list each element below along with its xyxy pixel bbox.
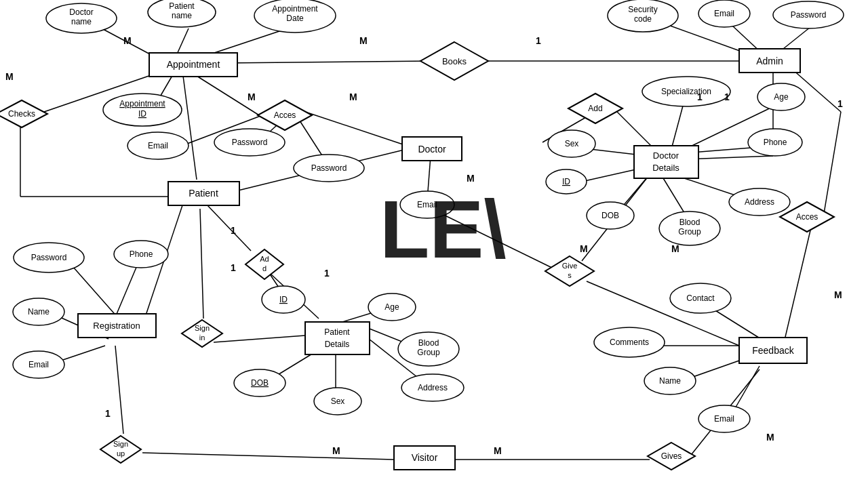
svg-text:ID: ID bbox=[562, 177, 570, 186]
svg-text:Give: Give bbox=[562, 262, 578, 270]
svg-text:Acces: Acces bbox=[796, 212, 818, 222]
svg-text:Contact: Contact bbox=[686, 293, 715, 303]
svg-text:Specialization: Specialization bbox=[661, 87, 711, 96]
svg-line-3 bbox=[224, 61, 431, 63]
svg-text:1: 1 bbox=[231, 262, 236, 273]
svg-text:Address: Address bbox=[745, 197, 774, 207]
svg-text:Comments: Comments bbox=[610, 338, 649, 347]
svg-text:1: 1 bbox=[536, 35, 541, 46]
svg-line-40 bbox=[783, 230, 810, 346]
svg-text:1: 1 bbox=[697, 92, 703, 102]
er-diagram: Appointment Patient Doctor Doctor Detail… bbox=[0, 0, 868, 488]
svg-line-21 bbox=[200, 209, 203, 319]
svg-text:1: 1 bbox=[837, 98, 843, 109]
svg-text:M: M bbox=[359, 35, 368, 46]
svg-text:s: s bbox=[568, 271, 572, 279]
svg-line-28 bbox=[68, 261, 119, 319]
svg-text:M: M bbox=[5, 71, 14, 82]
svg-line-1 bbox=[176, 28, 189, 56]
svg-text:ID: ID bbox=[138, 109, 146, 119]
svg-text:Sex: Sex bbox=[331, 396, 345, 406]
svg-line-59 bbox=[824, 112, 841, 214]
svg-text:DOB: DOB bbox=[601, 211, 619, 220]
svg-text:Details: Details bbox=[325, 340, 350, 349]
svg-text:name: name bbox=[71, 17, 92, 26]
svg-text:Address: Address bbox=[418, 383, 448, 392]
svg-text:Details: Details bbox=[652, 163, 679, 173]
svg-text:M: M bbox=[332, 445, 340, 456]
svg-text:M: M bbox=[467, 173, 475, 184]
diagram-svg: Appointment Patient Doctor Doctor Detail… bbox=[0, 0, 868, 488]
svg-text:M: M bbox=[248, 92, 256, 102]
svg-text:Appointment: Appointment bbox=[119, 99, 165, 108]
svg-text:Date: Date bbox=[286, 14, 304, 23]
svg-line-13 bbox=[305, 112, 407, 146]
svg-text:Sign: Sign bbox=[113, 440, 128, 448]
svg-text:Group: Group bbox=[417, 348, 440, 357]
svg-text:Registration: Registration bbox=[93, 321, 140, 331]
svg-text:1: 1 bbox=[324, 268, 330, 279]
svg-text:Age: Age bbox=[384, 302, 399, 312]
svg-text:Name: Name bbox=[659, 376, 681, 386]
svg-text:1: 1 bbox=[105, 408, 111, 419]
svg-text:Email: Email bbox=[148, 141, 168, 150]
svg-text:Blood: Blood bbox=[679, 218, 701, 227]
svg-line-33 bbox=[142, 453, 393, 460]
svg-text:Password: Password bbox=[31, 253, 67, 262]
svg-text:Checks: Checks bbox=[8, 109, 35, 119]
svg-text:DOB: DOB bbox=[251, 378, 269, 388]
svg-text:ID: ID bbox=[279, 295, 288, 304]
svg-text:Name: Name bbox=[28, 307, 50, 317]
svg-text:Email: Email bbox=[28, 360, 49, 369]
svg-text:Group: Group bbox=[678, 227, 701, 237]
svg-text:M: M bbox=[580, 243, 588, 254]
svg-text:Blood: Blood bbox=[418, 338, 439, 348]
svg-text:M: M bbox=[834, 289, 842, 300]
svg-text:Add: Add bbox=[588, 104, 602, 113]
svg-text:M: M bbox=[349, 92, 357, 102]
svg-text:M: M bbox=[671, 243, 679, 254]
svg-line-16 bbox=[183, 76, 197, 180]
svg-text:Admin: Admin bbox=[756, 56, 783, 66]
svg-text:M: M bbox=[494, 445, 502, 456]
svg-text:Books: Books bbox=[442, 56, 467, 66]
svg-text:Doctor: Doctor bbox=[653, 150, 679, 161]
svg-text:Phone: Phone bbox=[130, 249, 153, 259]
svg-text:Appointment: Appointment bbox=[167, 59, 220, 70]
svg-text:Phone: Phone bbox=[764, 138, 787, 147]
svg-text:M: M bbox=[766, 432, 774, 443]
svg-text:1: 1 bbox=[724, 92, 730, 102]
svg-line-29 bbox=[113, 261, 139, 322]
svg-text:Ad: Ad bbox=[260, 255, 269, 263]
svg-text:Gives: Gives bbox=[661, 451, 682, 461]
svg-text:Sex: Sex bbox=[565, 139, 579, 148]
svg-text:Patient: Patient bbox=[189, 188, 218, 199]
svg-text:Sign: Sign bbox=[195, 324, 210, 332]
svg-text:LE\: LE\ bbox=[380, 184, 507, 274]
svg-text:Password: Password bbox=[311, 163, 347, 173]
svg-text:Acces: Acces bbox=[274, 110, 296, 120]
svg-text:Patient: Patient bbox=[169, 1, 195, 11]
svg-text:Visitor: Visitor bbox=[412, 452, 438, 463]
svg-text:M: M bbox=[123, 35, 132, 46]
svg-text:Age: Age bbox=[774, 92, 789, 102]
svg-text:up: up bbox=[117, 449, 125, 458]
svg-text:Security: Security bbox=[628, 5, 657, 14]
svg-text:Feedback: Feedback bbox=[752, 345, 794, 356]
svg-text:Doctor: Doctor bbox=[69, 7, 93, 17]
svg-text:Email: Email bbox=[714, 9, 734, 18]
svg-line-32 bbox=[115, 346, 123, 434]
svg-text:in: in bbox=[199, 333, 205, 342]
svg-line-18 bbox=[207, 205, 251, 251]
svg-text:d: d bbox=[262, 264, 267, 272]
svg-text:Password: Password bbox=[791, 10, 827, 20]
svg-text:Email: Email bbox=[714, 414, 734, 424]
svg-line-22 bbox=[214, 336, 305, 342]
svg-text:Appointment: Appointment bbox=[272, 4, 318, 14]
svg-text:name: name bbox=[172, 11, 192, 20]
svg-text:code: code bbox=[634, 14, 652, 24]
svg-text:Doctor: Doctor bbox=[418, 144, 446, 155]
svg-text:Password: Password bbox=[232, 138, 268, 147]
svg-text:1: 1 bbox=[231, 225, 236, 236]
svg-text:Patient: Patient bbox=[324, 327, 350, 337]
